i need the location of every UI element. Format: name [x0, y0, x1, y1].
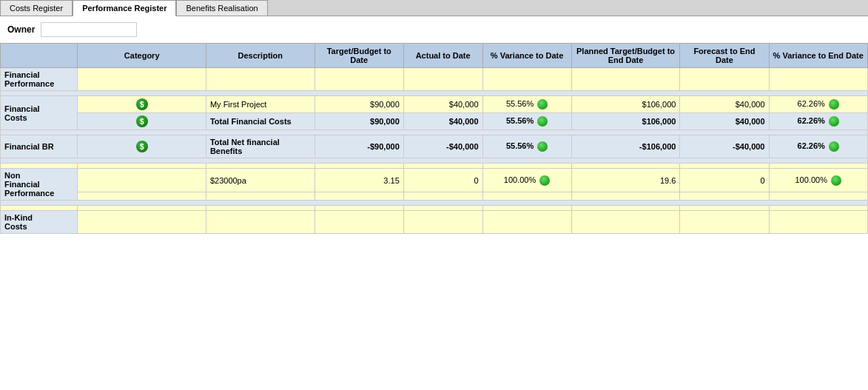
col-header-variance: % Variance to Date	[482, 44, 571, 68]
total-financial-costs-row: $ Total Financial Costs $90,000 $40,000 …	[1, 113, 868, 130]
col-header-planned-end: Planned Target/Budget to End Date	[571, 44, 680, 68]
section-financial-br: Financial BR	[1, 135, 78, 158]
owner-input[interactable]	[41, 22, 137, 37]
owner-label: Owner	[7, 24, 35, 35]
section-non-financial-performance: NonFinancialPerformance	[1, 169, 78, 201]
green-dot-indicator	[829, 116, 839, 127]
table-row: In-KindCosts	[1, 211, 868, 234]
table-row	[1, 192, 868, 201]
green-dot-indicator	[829, 141, 839, 152]
performance-table: Category Description Target/Budget to Da…	[0, 43, 868, 234]
dollar-icon: $	[136, 98, 148, 110]
col-header-forecast-end: Forecast to End Date	[680, 44, 769, 68]
dollar-icon-total: $	[136, 115, 148, 127]
table-row: FinancialPerformance	[1, 68, 868, 91]
table-row: NonFinancialPerformance $23000pa 3.15 0 …	[1, 169, 868, 192]
section-in-kind-costs: In-KindCosts	[1, 211, 78, 234]
col-header-actual: Actual to Date	[403, 44, 482, 68]
col-header-empty1	[1, 44, 78, 68]
tab-benefits-realisation[interactable]: Benefits Realisation	[176, 0, 267, 16]
table-row: FinancialCosts $ My First Project $90,00…	[1, 96, 868, 113]
tabs-container: Costs Register Performance Register Bene…	[0, 0, 868, 16]
green-dot-indicator	[831, 175, 841, 186]
spacer-row	[1, 158, 868, 164]
owner-row: Owner	[0, 16, 868, 43]
green-dot-indicator	[539, 175, 550, 186]
section-financial-performance: FinancialPerformance	[1, 68, 78, 91]
col-header-description: Description	[206, 44, 314, 68]
dollar-icon-br: $	[136, 141, 148, 152]
green-dot-indicator	[537, 116, 548, 127]
table-row	[1, 164, 868, 169]
table-row	[1, 206, 868, 211]
green-dot-indicator	[537, 141, 548, 152]
table-row: Financial BR $ Total Net financial Benef…	[1, 135, 868, 158]
green-dot-indicator	[829, 99, 839, 110]
section-financial-costs: FinancialCosts	[1, 96, 78, 130]
col-header-target: Target/Budget to Date	[314, 44, 403, 68]
tab-performance-register[interactable]: Performance Register	[73, 0, 176, 16]
spacer-row	[1, 91, 868, 96]
col-header-variance-end: % Variance to End Date	[769, 44, 868, 68]
col-header-category: Category	[78, 44, 206, 68]
green-dot-indicator	[537, 99, 548, 110]
spacer-row	[1, 130, 868, 135]
tab-costs-register[interactable]: Costs Register	[0, 0, 73, 16]
spacer-row	[1, 201, 868, 206]
